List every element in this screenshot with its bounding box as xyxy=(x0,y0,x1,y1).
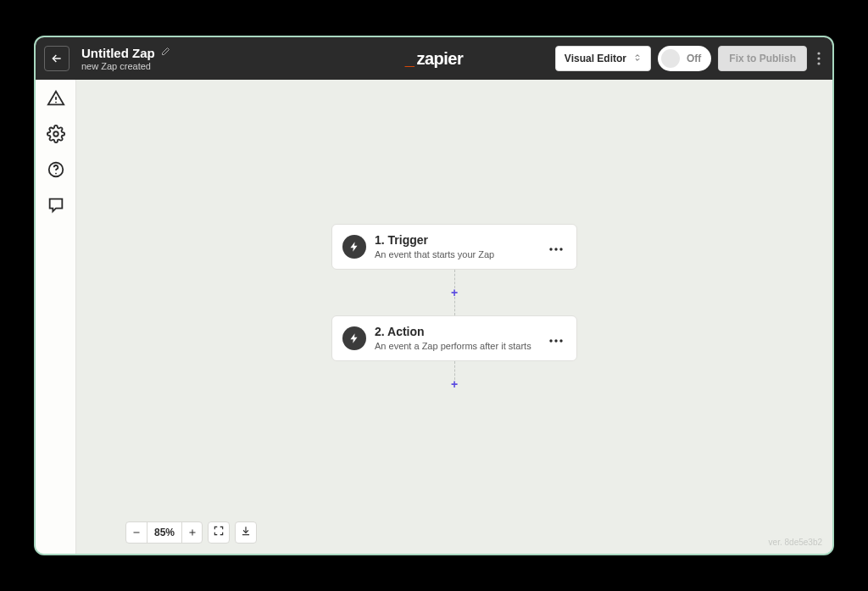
gear-icon xyxy=(47,125,65,147)
header-right: Visual Editor Off Fix to Publish xyxy=(555,46,824,71)
add-step-button[interactable]: + xyxy=(451,380,458,388)
zoom-toolbar: 85% xyxy=(125,521,257,544)
logo-underscore-icon: _ xyxy=(405,49,415,69)
version-label: ver. 8de5e3b2 xyxy=(769,538,822,547)
logo-text: zapier xyxy=(416,49,463,69)
app-header: Untitled Zap new Zap created _ zapier Vi… xyxy=(36,37,832,80)
svg-point-4 xyxy=(55,102,57,103)
edit-title-icon[interactable] xyxy=(160,45,170,60)
step-title: 1. Trigger xyxy=(375,233,537,248)
toggle-knob xyxy=(661,49,680,68)
svg-point-9 xyxy=(554,248,557,250)
step-description: An event that starts your Zap xyxy=(375,249,537,260)
publish-label: Fix to Publish xyxy=(729,53,796,64)
download-icon xyxy=(240,525,252,540)
zap-subtitle: new Zap created xyxy=(81,61,170,72)
svg-point-2 xyxy=(817,62,820,64)
zoom-percent-label: 85% xyxy=(147,522,181,543)
left-sidebar xyxy=(36,80,76,554)
back-button[interactable] xyxy=(44,46,70,71)
svg-point-10 xyxy=(559,248,562,250)
flow-container: 1. Trigger An event that starts your Zap… xyxy=(331,224,577,388)
add-step-button[interactable]: + xyxy=(451,288,458,297)
zapier-logo: _ zapier xyxy=(405,49,463,69)
connector-line xyxy=(454,297,455,315)
app-body: 1. Trigger An event that starts your Zap… xyxy=(36,80,832,554)
step-more-button[interactable] xyxy=(546,236,566,258)
sidebar-item-help[interactable] xyxy=(46,161,66,181)
svg-point-13 xyxy=(559,339,562,342)
zap-title-block: Untitled Zap new Zap created xyxy=(81,45,170,71)
zoom-group: 85% xyxy=(125,521,203,544)
chevron-up-down-icon xyxy=(633,52,642,66)
enable-zap-toggle[interactable]: Off xyxy=(658,46,711,71)
step-card-trigger[interactable]: 1. Trigger An event that starts your Zap xyxy=(331,224,577,270)
step-card-action[interactable]: 2. Action An event a Zap performs after … xyxy=(331,315,577,361)
expand-icon xyxy=(213,525,225,540)
help-icon xyxy=(47,160,65,182)
sidebar-item-comments[interactable] xyxy=(46,197,66,217)
fit-to-screen-button[interactable] xyxy=(208,521,230,544)
zap-title[interactable]: Untitled Zap xyxy=(81,46,155,60)
publish-button[interactable]: Fix to Publish xyxy=(718,46,807,71)
step-title: 2. Action xyxy=(375,325,537,339)
svg-point-8 xyxy=(549,248,552,250)
export-button[interactable] xyxy=(235,521,257,544)
zoom-in-button[interactable] xyxy=(181,522,202,543)
svg-point-0 xyxy=(817,52,820,54)
trigger-bolt-icon xyxy=(342,235,366,259)
editor-canvas[interactable]: 1. Trigger An event that starts your Zap… xyxy=(76,80,832,554)
app-window: Untitled Zap new Zap created _ zapier Vi… xyxy=(34,36,834,555)
comment-icon xyxy=(47,196,65,218)
editor-mode-label: Visual Editor xyxy=(565,53,626,64)
sidebar-item-settings[interactable] xyxy=(46,125,66,146)
toggle-label: Off xyxy=(687,53,701,64)
editor-mode-switcher[interactable]: Visual Editor xyxy=(555,46,651,71)
action-bolt-icon xyxy=(342,326,366,350)
header-more-button[interactable] xyxy=(814,52,824,65)
sidebar-item-alerts[interactable] xyxy=(46,90,66,110)
svg-point-7 xyxy=(55,173,57,175)
svg-point-12 xyxy=(554,339,557,342)
svg-point-5 xyxy=(53,131,58,137)
step-more-button[interactable] xyxy=(546,327,566,349)
svg-point-1 xyxy=(817,57,820,59)
zoom-out-button[interactable] xyxy=(126,522,147,543)
svg-point-11 xyxy=(549,339,552,342)
step-description: An event a Zap performs after it starts xyxy=(375,341,537,352)
warning-icon xyxy=(47,89,65,111)
